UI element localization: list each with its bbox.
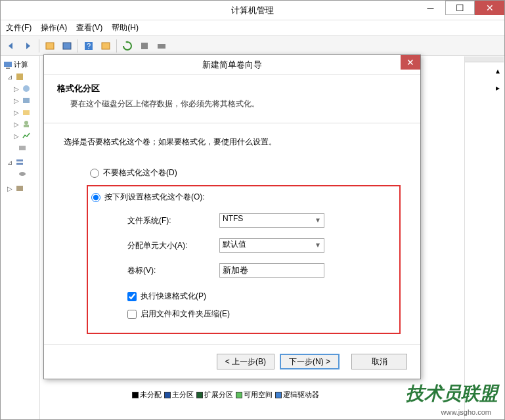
legend-item: 主分区 <box>164 390 194 400</box>
minimize-button[interactable]: ─ <box>416 1 445 15</box>
shared-icon <box>22 108 31 117</box>
svg-rect-19 <box>16 186 23 191</box>
filesystem-select[interactable]: NTFS <box>219 213 324 228</box>
svg-rect-7 <box>4 62 12 67</box>
toolbar-icon-3[interactable] <box>98 38 114 54</box>
help-icon[interactable]: ? <box>81 38 97 54</box>
expand-icon[interactable]: ▷ <box>14 85 20 93</box>
dropdown-arrow-icon[interactable]: ▴ <box>496 66 500 75</box>
tree-item[interactable] <box>3 142 37 154</box>
arrow-right-icon[interactable]: ▸ <box>496 83 500 93</box>
vollabel-input[interactable] <box>219 263 324 278</box>
svg-rect-1 <box>63 43 71 49</box>
alloc-select[interactable]: 默认值 <box>219 238 324 253</box>
radio-format-label: 按下列设置格式化这个卷(O): <box>104 192 205 203</box>
users-icon <box>22 119 31 129</box>
cancel-button[interactable]: 取消 <box>351 354 407 369</box>
tree-item[interactable]: ▷ <box>3 118 37 130</box>
quick-format-checkbox[interactable] <box>127 292 137 301</box>
menu-bar: 文件(F) 操作(A) 查看(V) 帮助(H) <box>1 20 504 36</box>
expand-icon[interactable]: ▷ <box>14 133 20 140</box>
toolbar-icon-1[interactable] <box>42 38 58 54</box>
svg-point-13 <box>24 121 28 125</box>
dialog-header-title: 格式化分区 <box>57 83 407 94</box>
tree-item[interactable]: ▷ <box>3 130 37 142</box>
tools-icon <box>15 72 24 81</box>
watermark: 技术员联盟 <box>406 381 498 406</box>
radio-no-format-row[interactable]: 不要格式化这个卷(D) <box>90 167 401 178</box>
legend-item: 扩展分区 <box>196 390 233 400</box>
quick-format-row[interactable]: 执行快速格式化(P) <box>127 291 399 302</box>
svg-rect-9 <box>16 74 23 80</box>
tree-item[interactable]: ▷ <box>3 94 37 106</box>
svg-rect-5 <box>141 43 148 49</box>
expand-icon[interactable]: ▷ <box>14 97 20 104</box>
wizard-dialog: 新建简单卷向导 ✕ 格式化分区 要在这个磁盘分区上储存数据，你必须先将其格式化。… <box>43 54 421 379</box>
legend-item: 可用空间 <box>236 390 273 400</box>
dialog-body: 选择是否要格式化这个卷；如果要格式化，要使用什么设置。 不要格式化这个卷(D) … <box>44 123 420 347</box>
maximize-button[interactable]: ☐ <box>445 1 475 15</box>
svg-rect-6 <box>158 44 165 49</box>
dialog-title: 新建简单卷向导 <box>202 59 262 71</box>
tree-root[interactable]: 计算 <box>3 58 37 71</box>
dialog-header-desc: 要在这个磁盘分区上储存数据，你必须先将其格式化。 <box>57 98 407 110</box>
menu-view[interactable]: 查看(V) <box>76 22 102 33</box>
expand-icon[interactable]: ▷ <box>14 121 20 128</box>
actions-header <box>465 56 504 62</box>
filesystem-row: 文件系统(F): NTFS <box>127 213 399 228</box>
folder-icon <box>22 84 31 93</box>
back-button[interactable]: < 上一步(B) <box>217 354 274 369</box>
dialog-header: 格式化分区 要在这个磁盘分区上储存数据，你必须先将其格式化。 <box>44 75 420 117</box>
tree-item[interactable] <box>3 168 37 180</box>
menu-help[interactable]: 帮助(H) <box>112 22 139 33</box>
toolbar: ? <box>1 36 504 56</box>
radio-no-format[interactable] <box>90 169 99 178</box>
forward-button[interactable] <box>20 38 36 54</box>
tree-item[interactable]: ▷ <box>3 83 37 94</box>
compression-row[interactable]: 启用文件和文件夹压缩(E) <box>127 308 399 320</box>
perf-icon <box>22 131 31 140</box>
svg-rect-14 <box>24 125 29 127</box>
svg-rect-12 <box>23 110 30 115</box>
tree-item[interactable]: ▷ <box>3 182 37 194</box>
legend-item: 未分配 <box>132 390 162 400</box>
radio-format-row[interactable]: 按下列设置格式化这个卷(O): <box>91 192 399 203</box>
svg-rect-17 <box>16 163 23 165</box>
vollabel-row: 卷标(V): <box>127 263 399 278</box>
next-button[interactable]: 下一步(N) > <box>280 354 340 369</box>
svg-rect-16 <box>16 159 23 161</box>
radio-format[interactable] <box>91 193 100 202</box>
alloc-row: 分配单元大小(A): 默认值 <box>127 238 399 253</box>
quick-format-label: 执行快速格式化(P) <box>141 291 206 302</box>
alloc-label: 分配单元大小(A): <box>127 240 219 251</box>
tree-panel: 计算 ⊿ ▷ ▷ ▷ ▷ ▷ <box>1 56 40 419</box>
toolbar-icon-2[interactable] <box>59 38 75 54</box>
tree-item[interactable]: ▷ <box>3 106 37 118</box>
close-button[interactable]: ✕ <box>475 1 504 15</box>
radio-no-format-label: 不要格式化这个卷(D) <box>103 167 177 178</box>
toolbar-icon-5[interactable] <box>154 38 169 54</box>
dialog-footer: < 上一步(B) 下一步(N) > 取消 <box>44 344 420 379</box>
collapse-icon[interactable]: ⊿ <box>7 74 14 81</box>
svg-rect-8 <box>6 68 10 69</box>
compression-checkbox[interactable] <box>127 310 137 319</box>
filesystem-label: 文件系统(F): <box>127 215 219 226</box>
svg-rect-15 <box>19 146 26 150</box>
back-button[interactable] <box>3 38 19 54</box>
refresh-icon[interactable] <box>120 38 135 54</box>
legend-item: 逻辑驱动器 <box>275 390 319 400</box>
toolbar-icon-4[interactable] <box>137 38 152 54</box>
expand-icon[interactable]: ▷ <box>14 109 20 116</box>
storage-icon <box>15 158 24 167</box>
expand-icon[interactable]: ▷ <box>7 185 14 192</box>
highlight-box: 按下列设置格式化这个卷(O): 文件系统(F): NTFS 分配单元大小(A):… <box>87 185 401 334</box>
collapse-icon[interactable]: ⊿ <box>7 159 14 166</box>
disk-icon <box>18 169 27 178</box>
menu-action[interactable]: 操作(A) <box>41 22 67 33</box>
dialog-close-button[interactable]: ✕ <box>401 55 420 70</box>
watermark-url: www.jsgho.com <box>441 408 491 416</box>
tree-item[interactable]: ⊿ <box>3 71 37 83</box>
computer-icon <box>3 60 12 70</box>
tree-item[interactable]: ⊿ <box>3 156 37 168</box>
menu-file[interactable]: 文件(F) <box>6 22 32 33</box>
